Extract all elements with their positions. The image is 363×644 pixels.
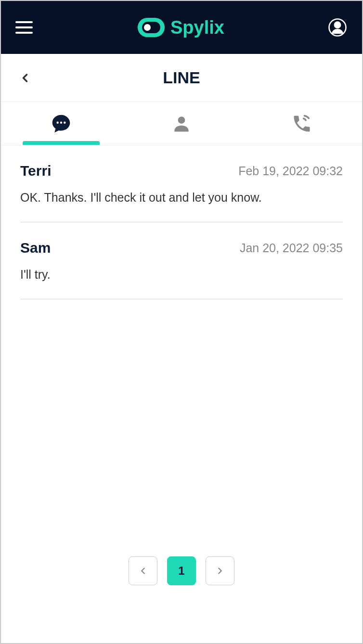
chat-icon — [51, 113, 72, 134]
tab-bar — [1, 102, 362, 145]
next-page-button[interactable] — [206, 556, 234, 585]
page-title: LINE — [163, 68, 200, 87]
message-timestamp: Jan 20, 2022 09:35 — [240, 241, 343, 255]
svg-point-5 — [178, 116, 185, 124]
list-item[interactable]: Terri Feb 19, 2022 09:32 OK. Thanks. I'l… — [20, 145, 343, 222]
tab-chat[interactable] — [1, 102, 121, 145]
chevron-left-icon — [138, 566, 148, 576]
tab-calls[interactable] — [242, 102, 362, 145]
menu-icon[interactable] — [15, 18, 35, 37]
message-text: I'll try. — [20, 268, 343, 282]
message-list: Terri Feb 19, 2022 09:32 OK. Thanks. I'l… — [1, 145, 362, 537]
chevron-right-icon — [215, 566, 225, 576]
back-button[interactable] — [15, 68, 35, 88]
prev-page-button[interactable] — [129, 556, 157, 585]
app-header: Spylix — [1, 1, 362, 54]
title-bar: LINE — [1, 54, 362, 102]
logo-icon — [138, 18, 165, 37]
tab-contacts[interactable] — [121, 102, 242, 145]
message-text: OK. Thanks. I'll check it out and let yo… — [20, 191, 343, 205]
message-timestamp: Feb 19, 2022 09:32 — [238, 164, 343, 178]
person-icon — [171, 113, 192, 134]
page-number-button[interactable]: 1 — [167, 556, 196, 585]
message-sender: Terri — [20, 163, 51, 179]
brand-name: Spylix — [170, 17, 224, 38]
brand-logo: Spylix — [138, 17, 224, 38]
svg-point-1 — [335, 22, 340, 28]
message-sender: Sam — [20, 240, 51, 256]
pagination: 1 — [1, 537, 362, 643]
svg-point-2 — [56, 121, 58, 123]
profile-icon[interactable] — [327, 17, 348, 38]
svg-point-3 — [60, 121, 62, 123]
svg-point-4 — [64, 121, 65, 123]
phone-icon — [291, 113, 312, 134]
list-item[interactable]: Sam Jan 20, 2022 09:35 I'll try. — [20, 222, 343, 299]
